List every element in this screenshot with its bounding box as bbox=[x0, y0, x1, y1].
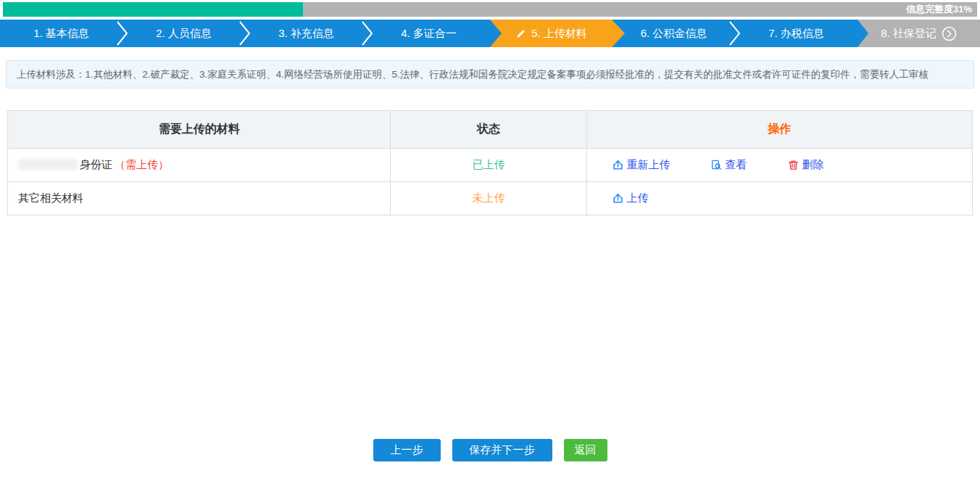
step-personnel-info[interactable]: 2. 人员信息 bbox=[122, 20, 245, 47]
next-circle-icon[interactable] bbox=[942, 26, 957, 41]
completeness-label: 信息完整度31% bbox=[906, 2, 972, 17]
header-status: 状态 bbox=[391, 111, 586, 149]
step-upload-materials[interactable]: 5. 上传材料 bbox=[490, 20, 612, 47]
material-cell: 其它相关材料 bbox=[8, 182, 391, 215]
save-next-button[interactable]: 保存并下一步 bbox=[452, 439, 552, 461]
step-label: 8. 社保登记 bbox=[881, 27, 937, 41]
step-tax-info[interactable]: 7. 办税信息 bbox=[735, 20, 858, 47]
step-basic-info[interactable]: 1. 基本信息 bbox=[0, 20, 122, 47]
prev-step-button[interactable]: 上一步 bbox=[373, 439, 441, 461]
status-badge: 未上传 bbox=[473, 192, 505, 204]
notice-text: 上传材料涉及：1.其他材料、2.破产裁定、3.家庭关系证明、4.网络经营场所使用… bbox=[17, 69, 929, 80]
step-label: 1. 基本信息 bbox=[33, 27, 89, 41]
redacted-name bbox=[18, 159, 78, 170]
actions-cell: 重新上传 查看 删除 bbox=[586, 149, 972, 182]
view-icon bbox=[711, 160, 722, 170]
delete-link[interactable]: 删除 bbox=[788, 158, 824, 172]
progress-fill bbox=[3, 2, 303, 17]
upload-link[interactable]: 上传 bbox=[612, 192, 649, 205]
chevron-separator-icon bbox=[361, 21, 374, 46]
step-label: 4. 多证合一 bbox=[401, 27, 457, 41]
materials-table: 需要上传的材料 状态 操作 身份证（需上传） 已上传 重新上传 bbox=[7, 110, 973, 215]
step-navigation: 1. 基本信息 2. 人员信息 3. 补充信息 4. 多证合一 5. 上传材料 … bbox=[0, 20, 980, 47]
completeness-progress-bar: 信息完整度31% bbox=[3, 2, 977, 17]
table-row: 其它相关材料 未上传 上传 bbox=[8, 182, 973, 215]
view-link[interactable]: 查看 bbox=[711, 158, 747, 172]
material-name: 身份证 bbox=[80, 158, 112, 170]
table-row: 身份证（需上传） 已上传 重新上传 查看 删除 bbox=[8, 149, 973, 182]
action-label: 查看 bbox=[726, 158, 747, 172]
status-cell: 未上传 bbox=[391, 182, 586, 215]
back-button[interactable]: 返回 bbox=[564, 439, 607, 461]
required-note: （需上传） bbox=[115, 158, 169, 170]
step-supplementary-info[interactable]: 3. 补充信息 bbox=[245, 20, 368, 47]
header-material: 需要上传的材料 bbox=[8, 111, 391, 149]
chevron-separator-icon bbox=[116, 21, 129, 46]
action-label: 删除 bbox=[802, 158, 824, 172]
status-cell: 已上传 bbox=[391, 149, 586, 182]
step-provident-fund[interactable]: 6. 公积金信息 bbox=[612, 20, 735, 47]
step-social-security[interactable]: 8. 社保登记 bbox=[858, 20, 980, 47]
upload-icon bbox=[612, 193, 623, 204]
actions-cell: 上传 bbox=[586, 182, 972, 215]
footer-actions: 上一步 保存并下一步 返回 bbox=[0, 439, 980, 461]
pencil-icon bbox=[515, 28, 526, 39]
notice-banner: 上传材料涉及：1.其他材料、2.破产裁定、3.家庭关系证明、4.网络经营场所使用… bbox=[6, 60, 974, 89]
header-action: 操作 bbox=[586, 111, 972, 149]
reupload-link[interactable]: 重新上传 bbox=[612, 158, 670, 172]
action-label: 重新上传 bbox=[627, 158, 670, 172]
action-label: 上传 bbox=[627, 192, 649, 205]
status-badge: 已上传 bbox=[473, 158, 505, 170]
step-label: 3. 补充信息 bbox=[278, 27, 334, 41]
material-name: 其它相关材料 bbox=[18, 192, 83, 204]
table-header-row: 需要上传的材料 状态 操作 bbox=[8, 111, 973, 149]
chevron-separator-icon bbox=[238, 21, 252, 46]
delete-icon bbox=[788, 160, 799, 170]
upload-icon bbox=[612, 160, 623, 170]
material-cell: 身份证（需上传） bbox=[8, 149, 391, 182]
upload-materials-page: 信息完整度31% 1. 基本信息 2. 人员信息 3. 补充信息 4. 多证合一… bbox=[0, 2, 980, 461]
step-label: 5. 上传材料 bbox=[531, 27, 587, 41]
step-label: 7. 办税信息 bbox=[768, 27, 824, 41]
step-multi-certificate[interactable]: 4. 多证合一 bbox=[368, 20, 490, 47]
step-label: 6. 公积金信息 bbox=[641, 27, 707, 41]
chevron-separator-icon bbox=[728, 21, 742, 46]
step-label: 2. 人员信息 bbox=[156, 27, 212, 41]
